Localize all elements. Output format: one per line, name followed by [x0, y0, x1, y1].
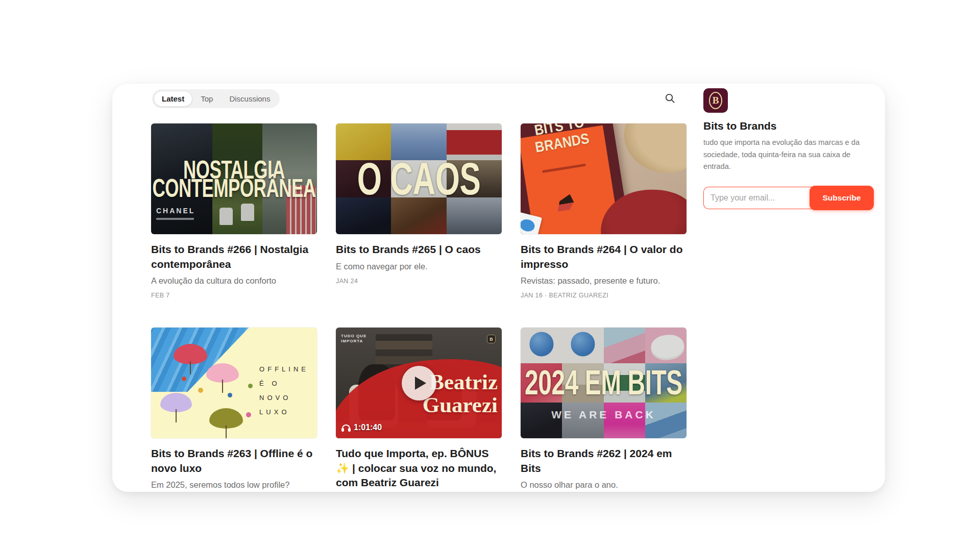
post-card-bonus[interactable]: Beatriz Guarezi TUDO QUE IMPORTA B 1:01:…	[336, 328, 502, 491]
post-thumbnail[interactable]: WE ARE BACK 2024 EM BITS	[521, 328, 687, 438]
play-icon	[415, 377, 426, 390]
post-subtitle: Em 2025, seremos todos low profile?	[151, 479, 317, 491]
thumb-caption: OFFLINE É O NOVO LUXO	[259, 362, 309, 419]
post-title[interactable]: Tudo que Importa, ep. BÔNUS ✨ | colocar …	[336, 446, 502, 490]
headphones-icon	[342, 424, 350, 431]
post-date: JAN 24	[336, 278, 502, 285]
post-card-262[interactable]: WE ARE BACK 2024 EM BITS Bits to Brands …	[521, 328, 687, 491]
post-subtitle: O nosso olhar para o ano.	[521, 479, 687, 491]
umbrella-pole	[190, 361, 191, 374]
umbrella-pole	[226, 425, 227, 438]
post-title[interactable]: Bits to Brands #262 | 2024 em Bits	[521, 446, 687, 475]
post-title[interactable]: Bits to Brands #263 | Offline é o novo l…	[151, 446, 317, 475]
post-thumbnail[interactable]: CHANEL NOSTALGIA CONTEMPORÂNEA	[151, 123, 317, 234]
archive-card: Latest Top Discussions B Bits to Brands …	[112, 84, 885, 492]
publication-logo[interactable]: B	[703, 88, 728, 113]
beach-figure	[228, 393, 232, 397]
post-thumbnail[interactable]: O CAOS	[336, 123, 502, 234]
show-watermark: TUDO QUE IMPORTA	[341, 334, 366, 344]
post-card-264[interactable]: BITS TO BRANDS Bits to Brands #264 | O v…	[521, 123, 687, 299]
search-button[interactable]	[659, 88, 680, 108]
post-card-263[interactable]: OFFLINE É O NOVO LUXO Bits to Brands #26…	[151, 328, 317, 491]
umbrella-pole	[176, 409, 177, 422]
post-card-266[interactable]: CHANEL NOSTALGIA CONTEMPORÂNEA Bits to B…	[151, 123, 317, 299]
duration-label: 1:01:40	[342, 423, 382, 432]
channel-badge: B	[487, 335, 496, 343]
umbrella-pole	[222, 380, 223, 393]
post-title[interactable]: Bits to Brands #265 | O caos	[336, 242, 502, 257]
post-date: FEB 7	[151, 292, 317, 299]
tab-top[interactable]: Top	[192, 91, 221, 107]
search-icon	[664, 92, 676, 104]
thumb-headline: 2024 EM BITS	[525, 365, 682, 401]
post-subtitle: Revistas: passado, presente e futuro.	[521, 275, 687, 287]
tab-discussions[interactable]: Discussions	[221, 91, 278, 107]
post-grid: CHANEL NOSTALGIA CONTEMPORÂNEA Bits to B…	[151, 123, 687, 491]
subscribe-form: Subscribe	[703, 186, 874, 210]
post-title[interactable]: Bits to Brands #264 | O valor do impress…	[521, 242, 687, 271]
thumb-headline-line2: CONTEMPORÂNEA	[152, 175, 315, 201]
post-title[interactable]: Bits to Brands #266 | Nostalgia contempo…	[151, 242, 317, 271]
post-thumbnail[interactable]: BITS TO BRANDS	[521, 123, 687, 234]
logo-letter: B	[709, 92, 722, 109]
publication-title[interactable]: Bits to Brands	[703, 120, 874, 132]
thumb-secondary-text: WE ARE BACK	[551, 409, 656, 421]
subscribe-button[interactable]: Subscribe	[810, 186, 874, 210]
post-date: JAN 16 · BEATRIZ GUAREZI	[521, 292, 687, 299]
thumb-headline: O CAOS	[357, 156, 481, 202]
video-thumbnail[interactable]: Beatriz Guarezi TUDO QUE IMPORTA B 1:01:…	[336, 328, 502, 438]
beach-figure	[246, 412, 251, 417]
tab-latest[interactable]: Latest	[154, 91, 192, 107]
beach-figure	[248, 384, 253, 388]
play-button[interactable]	[402, 366, 436, 400]
feed-tab-bar: Latest Top Discussions	[152, 89, 280, 108]
publication-sidebar: B Bits to Brands tudo que importa na evo…	[703, 88, 874, 210]
post-card-265[interactable]: O CAOS Bits to Brands #265 | O caos E co…	[336, 123, 502, 299]
publication-description: tudo que importa na evolução das marcas …	[703, 137, 874, 173]
post-thumbnail[interactable]: OFFLINE É O NOVO LUXO	[151, 328, 317, 438]
beach-figure	[198, 388, 203, 393]
fur-pillow	[615, 123, 687, 183]
post-subtitle: E como navegar por ele.	[336, 261, 502, 272]
post-subtitle: A evolução da cultura do conforto	[151, 275, 317, 287]
email-input[interactable]	[703, 187, 813, 209]
